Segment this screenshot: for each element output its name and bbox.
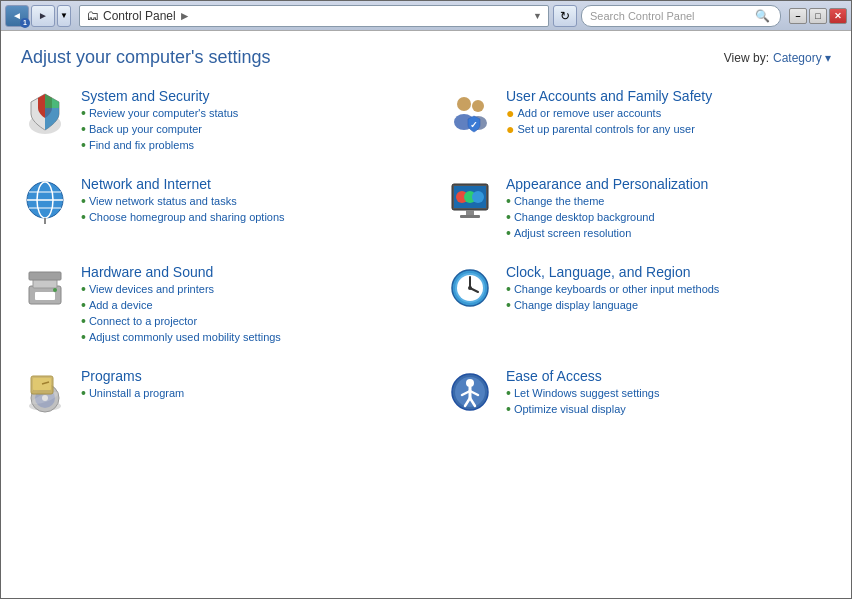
svg-rect-17: [466, 210, 474, 215]
page-title: Adjust your computer's settings: [21, 47, 271, 68]
ease-icon: [446, 368, 494, 416]
hardware-link-3[interactable]: •Connect to a projector: [81, 314, 281, 328]
hardware-icon: [21, 264, 69, 312]
main-content: Adjust your computer's settings View by:…: [1, 31, 851, 598]
address-dropdown[interactable]: ▼: [533, 11, 542, 21]
programs-name[interactable]: Programs: [81, 368, 184, 384]
clock-text: Clock, Language, and Region •Change keyb…: [506, 264, 719, 312]
hardware-link-4[interactable]: •Adjust commonly used mobility settings: [81, 330, 281, 344]
programs-text: Programs •Uninstall a program: [81, 368, 184, 400]
back-button[interactable]: ◄ 1: [5, 5, 29, 27]
clock-link-1[interactable]: •Change keyboards or other input methods: [506, 282, 719, 296]
address-bar[interactable]: 🗂 Control Panel ► ▼: [79, 5, 549, 27]
address-text: Control Panel: [103, 9, 176, 23]
svg-rect-21: [35, 292, 55, 300]
view-by-value[interactable]: Category ▾: [773, 51, 831, 65]
system-link-2[interactable]: •Back up your computer: [81, 122, 238, 136]
category-ease: Ease of Access •Let Windows suggest sett…: [446, 368, 831, 416]
ease-link-2[interactable]: •Optimize visual display: [506, 402, 659, 416]
system-link-3[interactable]: •Find and fix problems: [81, 138, 238, 152]
maximize-button[interactable]: □: [809, 8, 827, 24]
forward-button[interactable]: ►: [31, 5, 55, 27]
network-text: Network and Internet •View network statu…: [81, 176, 285, 224]
minimize-button[interactable]: –: [789, 8, 807, 24]
category-network: Network and Internet •View network statu…: [21, 176, 406, 240]
system-security-icon: [21, 88, 69, 136]
category-system-security: System and Security •Review your compute…: [21, 88, 406, 152]
network-icon: [21, 176, 69, 224]
svg-point-16: [472, 191, 484, 203]
ease-text: Ease of Access •Let Windows suggest sett…: [506, 368, 659, 416]
hardware-name[interactable]: Hardware and Sound: [81, 264, 281, 280]
system-link-1[interactable]: •Review your computer's status: [81, 106, 238, 120]
appearance-text: Appearance and Personalization •Change t…: [506, 176, 708, 240]
hardware-link-2[interactable]: •Add a device: [81, 298, 281, 312]
svg-point-22: [53, 288, 57, 292]
category-appearance: Appearance and Personalization •Change t…: [446, 176, 831, 240]
clock-name[interactable]: Clock, Language, and Region: [506, 264, 719, 280]
svg-point-1: [457, 97, 471, 111]
appearance-name[interactable]: Appearance and Personalization: [506, 176, 708, 192]
svg-point-29: [468, 286, 472, 290]
svg-text:✓: ✓: [470, 120, 478, 130]
view-by: View by: Category ▾: [724, 51, 831, 65]
system-security-text: System and Security •Review your compute…: [81, 88, 238, 152]
category-clock: Clock, Language, and Region •Change keyb…: [446, 264, 831, 344]
svg-rect-23: [29, 272, 61, 280]
hardware-text: Hardware and Sound •View devices and pri…: [81, 264, 281, 344]
badge-1: 1: [20, 18, 30, 28]
programs-link-1[interactable]: •Uninstall a program: [81, 386, 184, 400]
control-panel-window: ◄ 1 ► ▼ 🗂 Control Panel ► ▼ ↻ Search Con…: [0, 0, 852, 599]
ease-name[interactable]: Ease of Access: [506, 368, 659, 384]
network-link-2[interactable]: •Choose homegroup and sharing options: [81, 210, 285, 224]
user-accounts-icon: ✓: [446, 88, 494, 136]
appearance-link-2[interactable]: •Change desktop background: [506, 210, 708, 224]
address-separator: ►: [179, 9, 191, 23]
network-name[interactable]: Network and Internet: [81, 176, 285, 192]
appearance-link-3[interactable]: •Adjust screen resolution: [506, 226, 708, 240]
user-link-2[interactable]: ●Set up parental controls for any user: [506, 122, 712, 136]
nav-buttons: ◄ 1 ► ▼: [5, 5, 71, 27]
hardware-link-1[interactable]: •View devices and printers: [81, 282, 281, 296]
search-placeholder-text: Search Control Panel: [590, 10, 752, 22]
svg-point-3: [472, 100, 484, 112]
title-bar: ◄ 1 ► ▼ 🗂 Control Panel ► ▼ ↻ Search Con…: [1, 1, 851, 31]
view-by-label: View by:: [724, 51, 769, 65]
clock-icon: [446, 264, 494, 312]
category-hardware: Hardware and Sound •View devices and pri…: [21, 264, 406, 344]
category-user-accounts: ✓ User Accounts and Family Safety ●Add o…: [446, 88, 831, 152]
categories-grid: System and Security •Review your compute…: [21, 88, 831, 416]
ease-link-1[interactable]: •Let Windows suggest settings: [506, 386, 659, 400]
window-controls: – □ ✕: [789, 8, 847, 24]
category-programs: Programs •Uninstall a program: [21, 368, 406, 416]
user-link-1[interactable]: ●Add or remove user accounts: [506, 106, 712, 120]
close-button[interactable]: ✕: [829, 8, 847, 24]
refresh-button[interactable]: ↻: [553, 5, 577, 27]
clock-link-2[interactable]: •Change display language: [506, 298, 719, 312]
recent-pages-button[interactable]: ▼: [57, 5, 71, 27]
search-box[interactable]: Search Control Panel 🔍: [581, 5, 781, 27]
search-icon[interactable]: 🔍: [752, 6, 772, 26]
page-header: Adjust your computer's settings View by:…: [21, 47, 831, 68]
user-accounts-text: User Accounts and Family Safety ●Add or …: [506, 88, 712, 136]
appearance-link-1[interactable]: •Change the theme: [506, 194, 708, 208]
svg-rect-18: [460, 215, 480, 218]
network-link-1[interactable]: •View network status and tasks: [81, 194, 285, 208]
appearance-icon: [446, 176, 494, 224]
user-accounts-name[interactable]: User Accounts and Family Safety: [506, 88, 712, 104]
folder-icon: 🗂: [86, 8, 99, 23]
programs-icon: [21, 368, 69, 416]
system-security-name[interactable]: System and Security: [81, 88, 238, 104]
